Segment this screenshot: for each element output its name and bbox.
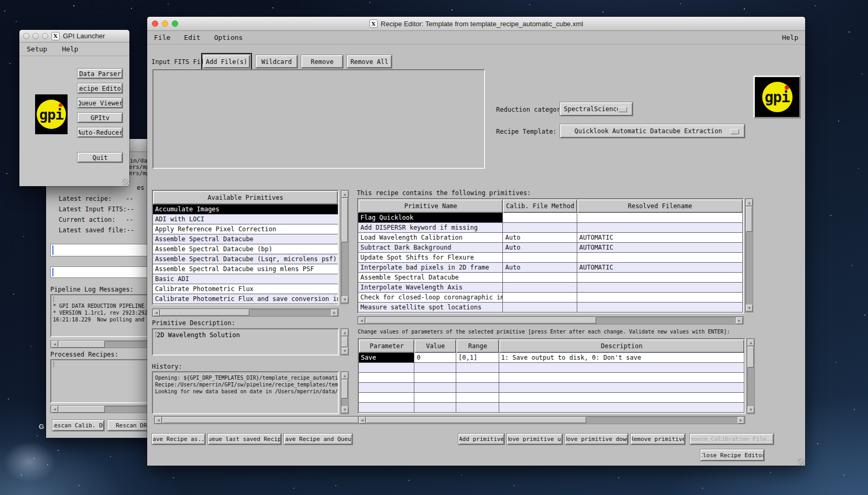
recipe-template-dropdown[interactable]: Quicklook Automatic Datacube Extraction bbox=[560, 124, 745, 138]
parameter-cell[interactable] bbox=[359, 383, 414, 393]
recipe-primitive-row[interactable]: Update Spot Shifts for Flexure bbox=[358, 253, 743, 263]
parameter-row[interactable]: Save0[0,1]1: Save output to disk, 0: Don… bbox=[359, 353, 744, 363]
queue-last-saved-recipe-button[interactable]: Queue last saved Recipe bbox=[208, 434, 281, 445]
pipeline-log-box[interactable]: * GPI DATA REDUCTION PIPELINE* VERSION 1… bbox=[50, 294, 149, 337]
recipe-primitive-cell[interactable] bbox=[577, 223, 743, 233]
add-primitive-button[interactable]: Add primitive bbox=[458, 434, 504, 445]
recipe-primitive-cell[interactable]: AUTOMATIC bbox=[577, 243, 743, 253]
wildcard-button[interactable]: Wildcard bbox=[256, 55, 298, 68]
close-window-icon[interactable] bbox=[23, 33, 29, 39]
recipes-hscrollbar[interactable]: ◀ bbox=[50, 405, 149, 413]
history-box[interactable]: Opening: ${GPI_DRP_TEMPLATES_DIR}/templa… bbox=[152, 371, 339, 414]
scroll-down-icon[interactable]: ▼ bbox=[342, 406, 348, 413]
scroll-down-icon[interactable]: ▼ bbox=[746, 305, 753, 311]
scroll-thumb[interactable] bbox=[342, 198, 348, 242]
recipe-table-hscrollbar[interactable]: ◀ ▶ bbox=[357, 316, 744, 325]
parameter-cell[interactable] bbox=[456, 383, 499, 393]
scroll-left-icon[interactable]: ◀ bbox=[51, 406, 58, 413]
recipe-primitive-row[interactable]: Check for closed-loop coronagraphic ima bbox=[358, 293, 743, 303]
scroll-up-icon[interactable]: ▲ bbox=[746, 199, 753, 206]
parameter-cell[interactable]: 0 bbox=[414, 353, 456, 363]
recipe-primitive-cell[interactable] bbox=[577, 293, 743, 303]
params-table-hscrollbar[interactable]: ◀ ▶ bbox=[358, 416, 745, 424]
available-primitive-item[interactable]: Calibrate Photometric Flux and save conv… bbox=[153, 294, 338, 304]
scroll-thumb[interactable] bbox=[746, 207, 752, 232]
available-primitive-item[interactable]: Calibrate Photometric Flux bbox=[153, 284, 338, 294]
parameter-cell[interactable]: [0,1] bbox=[456, 353, 499, 363]
recipe-primitive-row[interactable]: Subtract Dark BackgroundAutoAUTOMATIC bbox=[358, 243, 743, 253]
parameter-cell[interactable] bbox=[414, 393, 456, 403]
recipe-primitive-row[interactable]: Load Wavelength CalibrationAutoAUTOMATIC bbox=[358, 233, 743, 243]
scroll-down-icon[interactable]: ▼ bbox=[342, 296, 348, 303]
recipe-primitive-cell[interactable] bbox=[503, 293, 577, 303]
close-window-icon[interactable] bbox=[152, 20, 158, 27]
recipe-primitive-cell[interactable]: AUTOMATIC bbox=[577, 233, 743, 243]
parameter-cell[interactable] bbox=[456, 403, 499, 413]
scroll-left-icon[interactable]: ◀ bbox=[51, 341, 58, 348]
recipe-primitive-cell[interactable] bbox=[577, 303, 743, 313]
recipe-primitive-row[interactable]: Flag Quicklook bbox=[358, 213, 743, 223]
scroll-right-icon[interactable]: ▶ bbox=[738, 417, 744, 424]
recipe-primitive-row[interactable]: Interpolate bad pixels in 2D frameAutoAU… bbox=[358, 263, 743, 273]
recipe-primitive-cell[interactable]: Interpolate bad pixels in 2D frame bbox=[358, 263, 503, 273]
available-primitive-item[interactable]: Apply Reference Pixel Correction bbox=[153, 224, 338, 234]
recipe-primitive-cell[interactable] bbox=[503, 273, 577, 283]
status-entry-field[interactable] bbox=[50, 266, 149, 278]
status-entry-field[interactable] bbox=[50, 244, 149, 256]
scroll-down-icon[interactable]: ▼ bbox=[748, 406, 754, 413]
recipe-primitive-row[interactable]: Interpolate Wavelength Axis bbox=[358, 283, 743, 293]
scroll-right-icon[interactable]: ▶ bbox=[331, 309, 338, 316]
recipe-primitive-row[interactable]: Add DISPERSR keyword if missing bbox=[358, 223, 743, 233]
recipe-primitive-cell[interactable]: Auto bbox=[503, 243, 577, 253]
scroll-thumb[interactable] bbox=[366, 317, 596, 324]
scroll-thumb[interactable] bbox=[748, 347, 754, 368]
menu-help[interactable]: Help bbox=[782, 34, 798, 41]
zoom-window-icon[interactable] bbox=[42, 33, 48, 39]
input-fits-file-list[interactable] bbox=[152, 69, 485, 169]
save-recipe-as-button[interactable]: Save Recipe as... bbox=[152, 434, 205, 445]
scroll-up-icon[interactable]: ▲ bbox=[748, 339, 754, 346]
recipe-primitive-cell[interactable]: Add DISPERSR keyword if missing bbox=[358, 223, 503, 233]
parameter-cell[interactable] bbox=[414, 403, 456, 413]
recipe-primitive-cell[interactable] bbox=[577, 253, 743, 263]
parameter-cell[interactable] bbox=[456, 373, 499, 383]
move-primitive-down-button[interactable]: Move primitive down bbox=[565, 434, 628, 445]
parameter-cell[interactable] bbox=[499, 363, 744, 373]
recipe-primitive-cell[interactable] bbox=[503, 253, 577, 263]
launcher-button-recipe-editor[interactable]: Recipe Editor bbox=[78, 83, 123, 93]
available-primitives-hscrollbar[interactable]: ◀ ▶ bbox=[152, 308, 339, 317]
recipe-primitive-cell[interactable] bbox=[503, 283, 577, 293]
resize-grip[interactable] bbox=[798, 458, 805, 465]
editor-titlebar[interactable]: X Recipe Editor: Template from template_… bbox=[147, 17, 805, 31]
menu-options[interactable]: Options bbox=[214, 34, 243, 41]
processed-recipes-box[interactable] bbox=[50, 359, 149, 403]
scroll-thumb[interactable] bbox=[366, 417, 586, 423]
recipe-primitive-cell[interactable]: Update Spot Shifts for Flexure bbox=[358, 253, 503, 263]
recipe-primitive-cell[interactable] bbox=[503, 223, 577, 233]
scroll-up-icon[interactable]: ▲ bbox=[342, 191, 348, 198]
remove-primitive-button[interactable]: Remove primitive bbox=[631, 434, 685, 445]
scroll-up-icon[interactable]: ▲ bbox=[342, 372, 348, 379]
scroll-thumb[interactable] bbox=[160, 309, 249, 316]
parameter-row-empty[interactable] bbox=[359, 373, 744, 383]
zoom-window-icon[interactable] bbox=[172, 20, 178, 27]
reduction-category-dropdown[interactable]: SpectralScience bbox=[560, 102, 633, 116]
parameter-cell[interactable]: Save bbox=[359, 353, 414, 363]
recipe-primitive-cell[interactable]: Auto bbox=[503, 263, 577, 273]
parameter-cell[interactable] bbox=[456, 363, 499, 373]
recipe-primitive-cell[interactable] bbox=[577, 213, 743, 223]
launcher-button-quit[interactable]: Quit bbox=[78, 153, 123, 163]
parameter-cell[interactable] bbox=[414, 363, 456, 373]
history-vscrollbar[interactable]: ▲ ▼ bbox=[340, 371, 349, 414]
parameter-row-empty[interactable] bbox=[359, 403, 744, 413]
menu-help[interactable]: Help bbox=[62, 45, 78, 53]
scroll-right-icon[interactable]: ▶ bbox=[736, 317, 743, 324]
recipe-primitive-row[interactable]: Measure satellite spot locations bbox=[358, 303, 743, 313]
available-primitive-item[interactable]: Assemble Spectral Datacube bbox=[153, 234, 338, 244]
remove-button[interactable]: Remove bbox=[301, 55, 343, 68]
column-header-calib-file-method[interactable]: Calib. File Method bbox=[503, 199, 577, 213]
launcher-button-gpitv[interactable]: GPItv bbox=[78, 113, 123, 123]
parameter-cell[interactable] bbox=[499, 383, 744, 393]
menu-file[interactable]: File bbox=[154, 34, 170, 41]
save-recipe-and-queue-button[interactable]: Save Recipe and Queue bbox=[284, 434, 353, 445]
